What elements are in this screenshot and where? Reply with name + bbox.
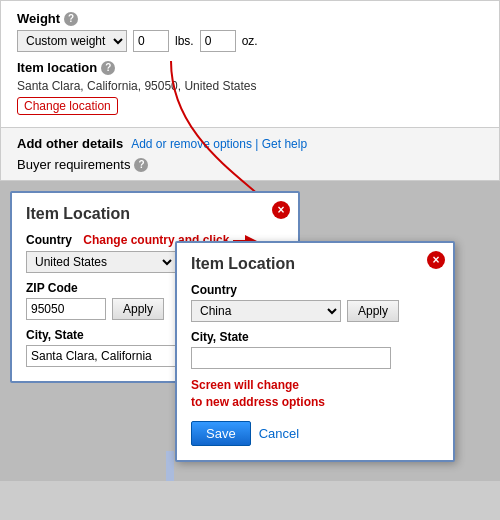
item-location-address: Santa Clara, California, 95050, United S… [17,79,483,93]
dialog2-title: Item Location [191,255,439,273]
dialog2-save-button[interactable]: Save [191,421,251,446]
dialog1-title: Item Location [26,205,284,223]
dialog1-zip-input[interactable] [26,298,106,320]
weight-lbs-input[interactable] [133,30,169,52]
dialog2-screen-change-note: Screen will change to new address option… [191,377,439,411]
dialog2-country-label: Country [191,283,439,297]
item-location-label-row: Item location ? [17,60,483,75]
dialog1-zip-apply-button[interactable]: Apply [112,298,164,320]
weight-help-icon[interactable]: ? [64,12,78,26]
dialog1-close-button[interactable]: × [272,201,290,219]
change-location-link[interactable]: Change location [17,97,118,115]
buyer-req-help-icon[interactable]: ? [134,158,148,172]
buyer-requirements-label: Buyer requirements [17,157,130,172]
dialog2-country-select[interactable]: China [191,300,341,322]
dialog1-country-select[interactable]: United States [26,251,176,273]
item-location-help-icon[interactable]: ? [101,61,115,75]
add-other-details-title: Add other details [17,136,123,151]
gray-area: × Item Location Country Change country a… [0,181,500,481]
top-panel: Weight ? Custom weight lbs. oz. Item loc… [0,0,500,128]
middle-panel: Add other details Add or remove options … [0,128,500,181]
dialog2-bottom-row: Save Cancel [191,421,439,446]
dialog2-apply-button[interactable]: Apply [347,300,399,322]
blue-partial-indicator [166,451,174,481]
weight-oz-unit: oz. [242,34,258,48]
dialog2-cancel-button[interactable]: Cancel [259,426,299,441]
middle-links: Add or remove options | Get help [131,137,307,151]
weight-oz-input[interactable] [200,30,236,52]
get-help-link[interactable]: Get help [262,137,307,151]
item-location-section: Item location ? Santa Clara, California,… [17,60,483,115]
dialog2-close-button[interactable]: × [427,251,445,269]
weight-lbs-unit: lbs. [175,34,194,48]
weight-label-row: Weight ? [17,11,483,26]
weight-label: Weight [17,11,60,26]
add-remove-options-link[interactable]: Add or remove options [131,137,252,151]
weight-field-row: Custom weight lbs. oz. [17,30,483,52]
buyer-requirements-row: Buyer requirements ? [17,157,483,172]
dialog2-city-state-input[interactable] [191,347,391,369]
item-location-label: Item location [17,60,97,75]
dialog2-city-state-row [191,347,439,369]
weight-type-select[interactable]: Custom weight [17,30,127,52]
dialog2-city-state-label: City, State [191,330,439,344]
dialog2-country-row: China Apply [191,300,439,322]
item-location-dialog-2: × Item Location Country China Apply City… [175,241,455,462]
